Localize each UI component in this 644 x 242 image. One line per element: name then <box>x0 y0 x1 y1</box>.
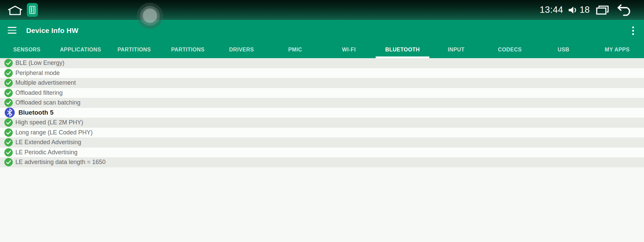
feature-label: Long range (LE Coded PHY) <box>15 129 93 136</box>
feature-label: Offloaded scan batching <box>15 99 80 106</box>
feature-row[interactable]: Long range (LE Coded PHY) <box>0 128 644 138</box>
recents-icon[interactable] <box>595 5 609 15</box>
tab-partitions[interactable]: PARTITIONS <box>107 41 161 58</box>
check-icon <box>4 118 13 127</box>
bluetooth-icon <box>5 108 15 118</box>
tab-wi-fi[interactable]: WI-FI <box>322 41 376 58</box>
tab-usb[interactable]: USB <box>537 41 590 58</box>
feature-label: LE advertising data length = 1650 <box>15 159 106 166</box>
check-icon <box>4 148 13 157</box>
tab-label: PARTITIONS <box>117 47 151 53</box>
feature-label: LE Periodic Advertising <box>15 149 77 156</box>
feature-row[interactable]: LE Extended Advertising <box>0 137 644 148</box>
tab-bluetooth[interactable]: BLUETOOTH <box>376 41 429 58</box>
feature-label: Multiple advertisement <box>15 79 76 86</box>
check-icon <box>4 89 13 97</box>
feature-label: Bluetooth 5 <box>18 109 54 116</box>
feature-row[interactable]: BLE (Low Energy) <box>0 58 644 68</box>
page-title: Device Info HW <box>26 20 78 41</box>
status-bar-left <box>7 0 38 20</box>
feature-row[interactable]: Bluetooth 5 <box>0 108 644 118</box>
tab-label: PARTITIONS <box>171 47 205 53</box>
bluetooth-feature-list: BLE (Low Energy)Peripheral modeMultiple … <box>0 58 644 167</box>
tab-label: DRIVERS <box>229 47 254 53</box>
device-info-app-icon[interactable] <box>27 3 38 17</box>
tab-label: BLUETOOTH <box>385 47 420 53</box>
feature-label: BLE (Low Energy) <box>15 59 64 67</box>
clock: 13:44 <box>540 5 563 15</box>
feature-row[interactable]: Peripheral mode <box>0 68 644 78</box>
check-icon <box>4 128 13 137</box>
tab-label: INPUT <box>448 47 465 53</box>
status-bar-right: 13:44 18 <box>540 0 633 20</box>
tab-label: USB <box>558 47 570 53</box>
tab-label: APPLICATIONS <box>60 47 101 53</box>
feature-label: High speed (LE 2M PHY) <box>15 119 83 126</box>
volume-icon <box>568 5 578 15</box>
tab-bar: SENSORSAPPLICATIONSPARTITIONSPARTITIONSD… <box>0 41 644 58</box>
screen: 13:44 18 <box>0 0 644 242</box>
check-icon <box>4 98 13 107</box>
feature-label: Peripheral mode <box>15 70 60 77</box>
home-icon[interactable] <box>7 3 23 17</box>
check-icon <box>4 79 13 87</box>
feature-row[interactable]: Multiple advertisement <box>0 78 644 88</box>
feature-row[interactable]: Offloaded scan batching <box>0 98 644 108</box>
tab-label: SENSORS <box>13 47 40 53</box>
tab-my-apps[interactable]: MY APPS <box>590 41 644 58</box>
feature-row[interactable]: LE advertising data length = 1650 <box>0 157 644 167</box>
check-icon <box>4 69 13 77</box>
feature-row[interactable]: Offloaded filtering <box>0 88 644 98</box>
tab-codecs[interactable]: CODECS <box>483 41 537 58</box>
menu-icon[interactable] <box>8 27 16 34</box>
feature-label: LE Extended Advertising <box>15 139 81 146</box>
tab-label: WI-FI <box>342 47 356 53</box>
feature-row[interactable]: High speed (LE 2M PHY) <box>0 118 644 128</box>
feature-row[interactable]: LE Periodic Advertising <box>0 148 644 158</box>
check-icon <box>4 59 13 67</box>
tab-pmic[interactable]: PMIC <box>268 41 322 58</box>
tab-input[interactable]: INPUT <box>429 41 483 58</box>
tab-partitions-2[interactable]: PARTITIONS <box>161 41 215 58</box>
tab-sensors[interactable]: SENSORS <box>0 41 54 58</box>
volume-level: 18 <box>580 5 590 15</box>
tab-applications[interactable]: APPLICATIONS <box>54 41 107 58</box>
feature-label: Offloaded filtering <box>15 89 63 96</box>
tab-label: PMIC <box>288 47 302 53</box>
back-icon[interactable] <box>616 4 633 16</box>
tab-label: MY APPS <box>605 47 630 53</box>
app-bar: Device Info HW <box>0 20 644 41</box>
check-icon <box>4 138 13 147</box>
tab-label: CODECS <box>498 47 522 53</box>
status-bar: 13:44 18 <box>0 0 644 20</box>
overflow-menu-icon[interactable] <box>630 24 636 37</box>
check-icon <box>4 158 13 166</box>
tab-drivers[interactable]: DRIVERS <box>215 41 268 58</box>
